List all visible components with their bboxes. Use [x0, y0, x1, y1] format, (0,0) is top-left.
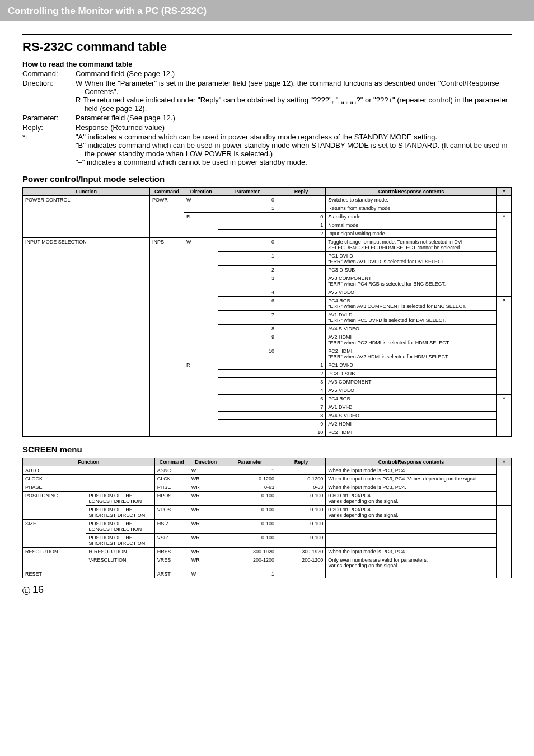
table-cell [218, 386, 277, 395]
table-cell [496, 556, 511, 570]
table-row: 6PC4 RGB"ERR" when AV3 COMPONENT is sele… [23, 297, 512, 311]
table-cell [23, 325, 150, 333]
table-header: Control/Response contents [326, 188, 497, 196]
def-value: "A" indicates a command which can be use… [76, 133, 512, 166]
table-cell [23, 333, 150, 347]
table-cell: Normal mode [326, 221, 497, 230]
table-cell: 0-100 [223, 506, 277, 520]
table-cell: PC2 HDMI"ERR" when AV2 HDMI is selected … [326, 347, 497, 361]
table-cell: PC4 RGB [326, 395, 497, 403]
table-cell [149, 221, 184, 230]
table-header: Parameter [218, 188, 277, 196]
table-cell: R [184, 213, 218, 221]
table-cell: AV3 COMPONENT"ERR" when PC4 RGB is selec… [326, 274, 497, 288]
def-row: Direction:W When the "Parameter" is set … [22, 79, 512, 113]
table-cell [149, 266, 184, 274]
table-cell: AV5 VIDEO [326, 386, 497, 395]
section1-title: Power control/Input mode selection [22, 174, 512, 184]
table-row: RESOLUTIONH-RESOLUTIONHRESWR300-1920300-… [23, 548, 512, 556]
table-cell [23, 204, 150, 213]
def-label: *: [22, 133, 76, 166]
table-cell: HPOS [154, 492, 189, 506]
table-cell [23, 395, 150, 403]
table-cell: AV4 S-VIDEO [326, 325, 497, 333]
table-cell [23, 311, 150, 325]
table-cell [23, 386, 150, 395]
table-cell: WR [189, 556, 223, 570]
page-footer: E 16 [22, 584, 512, 596]
table-cell [496, 475, 511, 483]
table-cell [326, 570, 497, 578]
table-cell [184, 325, 218, 333]
table-cell [23, 403, 150, 412]
definition-list: Command:Command field (See page 12.)Dire… [22, 69, 512, 166]
table-cell [184, 221, 218, 230]
table-cell [184, 288, 218, 297]
table-cell: Input signal waiting mode [326, 230, 497, 238]
table-cell [277, 347, 325, 361]
table-cell: INPS [149, 238, 184, 252]
table-cell: W [184, 238, 218, 252]
table-cell: 0-100 [223, 534, 277, 548]
table-cell: PC1 DVI-D"ERR" when AV1 DVI-D is selecte… [326, 252, 497, 266]
edition-mark: E [22, 587, 30, 595]
table-cell [218, 395, 277, 403]
table-cell [23, 213, 150, 221]
table-cell: PC3 D-SUB [326, 266, 497, 274]
table-cell [218, 420, 277, 428]
table-cell: When the input mode is PC3, PC4. [326, 483, 497, 492]
table-cell: PHSE [154, 483, 189, 492]
table-cell: 1 [277, 221, 325, 230]
table-cell: PC3 D-SUB [326, 370, 497, 378]
table-cell [277, 466, 325, 475]
table-cell [218, 412, 277, 420]
table-cell: RESOLUTION [23, 548, 86, 556]
table-header: Direction [184, 188, 218, 196]
table-cell [149, 333, 184, 347]
table-cell: Standby mode [326, 213, 497, 221]
table-cell: 9 [277, 420, 325, 428]
table-cell [184, 378, 218, 386]
table-cell [496, 204, 511, 213]
table-cell [149, 297, 184, 311]
table-cell [23, 221, 150, 230]
table-cell [184, 386, 218, 395]
table-cell: 9 [218, 333, 277, 347]
table-header: Function [23, 458, 155, 466]
table-cell: AV1 DVI-D [326, 403, 497, 412]
def-value: W When the "Parameter" is set in the par… [76, 79, 512, 113]
table-row: 8AV4 S-VIDEO [23, 412, 512, 420]
table-cell [23, 288, 150, 297]
table-cell [496, 221, 511, 230]
table-cell [149, 420, 184, 428]
howto-title: How to read the command table [22, 60, 512, 68]
table-header: Reply [277, 458, 325, 466]
table-cell: 0-100 [277, 492, 325, 506]
table-cell [326, 534, 497, 548]
table-header: Parameter [223, 458, 277, 466]
table-cell [149, 395, 184, 403]
table-row: RESETARSTW1 [23, 570, 512, 578]
table-cell [496, 492, 511, 506]
table-cell [184, 412, 218, 420]
table-cell: WR [189, 483, 223, 492]
table-cell: 7 [277, 403, 325, 412]
table-cell: HSIZ [154, 520, 189, 534]
table-cell: 0-800 on PC3/PC4.Varies depending on the… [326, 492, 497, 506]
table-cell [218, 378, 277, 386]
table-cell: W [189, 570, 223, 578]
table-row: 2Input signal waiting mode [23, 230, 512, 238]
table-cell: 4 [218, 288, 277, 297]
table-header: Command [149, 188, 184, 196]
table-row: R1PC1 DVI-D [23, 361, 512, 370]
table-cell: 0-100 [277, 534, 325, 548]
table-cell [496, 570, 511, 578]
table-cell [277, 311, 325, 325]
table-cell: 1 [218, 252, 277, 266]
table-cell [23, 378, 150, 386]
table-cell [184, 274, 218, 288]
table-cell [184, 370, 218, 378]
table-cell [218, 428, 277, 437]
def-row: Reply:Response (Returned value) [22, 123, 512, 132]
table-cell [496, 403, 511, 412]
